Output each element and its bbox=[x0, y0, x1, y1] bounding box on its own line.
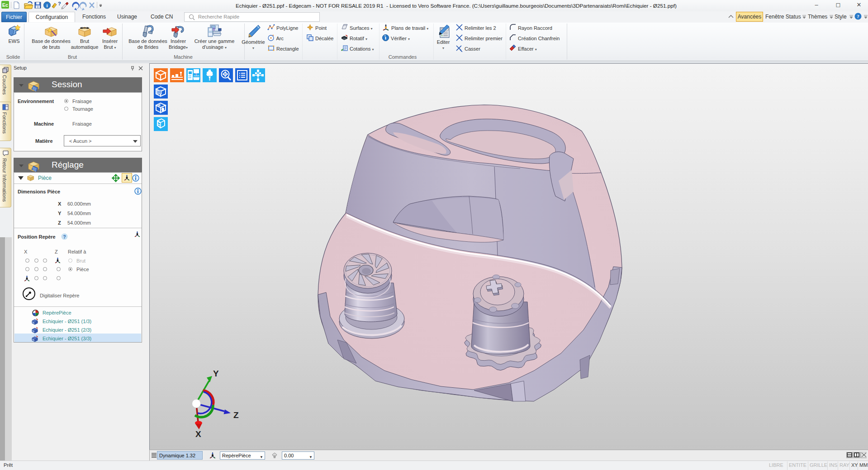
svg-text:Ec: Ec bbox=[2, 2, 8, 8]
svg-text:?: ? bbox=[63, 235, 66, 240]
svg-text:?: ? bbox=[58, 1, 61, 6]
svg-text:i: i bbox=[46, 3, 47, 8]
svg-text:Z: Z bbox=[233, 410, 239, 420]
svg-text:Y: Y bbox=[213, 369, 219, 378]
svg-text:X: X bbox=[195, 429, 201, 439]
svg-text:?: ? bbox=[857, 14, 859, 19]
